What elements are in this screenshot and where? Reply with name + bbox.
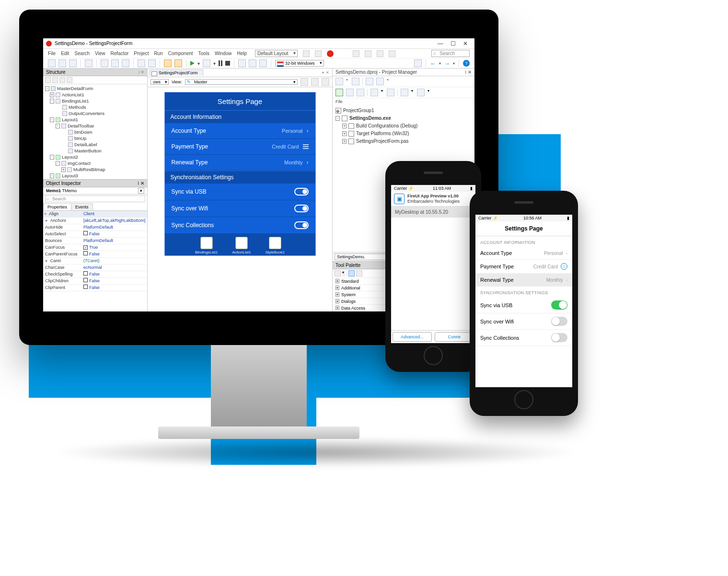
- toggle-switch[interactable]: [294, 188, 309, 196]
- menu-item[interactable]: Window: [215, 51, 232, 56]
- rotate-icon[interactable]: [300, 78, 308, 86]
- toggle-switch[interactable]: [551, 317, 567, 326]
- tree-node[interactable]: -Layout1: [45, 116, 145, 123]
- setting-row[interactable]: Renewal TypeMonthly›: [475, 274, 572, 287]
- struct-btn2-icon[interactable]: [52, 77, 58, 83]
- tree-node[interactable]: OutputConverters: [45, 110, 145, 116]
- pause-button-icon[interactable]: [219, 60, 222, 66]
- tray-item[interactable]: ActionList1: [232, 237, 251, 254]
- tree-node[interactable]: -Layout3: [45, 173, 145, 179]
- tp-btn-selected-icon[interactable]: [348, 270, 355, 276]
- oi-search-input[interactable]: Search: [45, 196, 145, 202]
- tree-node[interactable]: Methods: [45, 104, 145, 110]
- menu-item[interactable]: Component: [168, 51, 193, 56]
- property-row[interactable]: AutoHidePlatformDefault: [43, 224, 147, 231]
- menu-item[interactable]: Edit: [61, 51, 69, 56]
- tp-search-icon[interactable]: [356, 270, 362, 276]
- toggle-switch[interactable]: [294, 221, 309, 229]
- menu-item[interactable]: Refactor: [111, 51, 129, 56]
- grid-icon[interactable]: [311, 78, 319, 86]
- setting-row[interactable]: Sync via USB: [475, 297, 572, 313]
- project-node[interactable]: +Build Configurations (Debug): [335, 122, 472, 130]
- export-icon[interactable]: [389, 50, 395, 57]
- tree-node[interactable]: +ActionList1: [45, 92, 145, 98]
- run-button-icon[interactable]: [190, 61, 195, 66]
- view-master-combo[interactable]: Master: [185, 79, 298, 85]
- layout-combo[interactable]: Default Layout: [255, 50, 298, 57]
- menu-item[interactable]: View: [95, 51, 105, 56]
- struct-btn1-icon[interactable]: [45, 77, 51, 83]
- tree-node[interactable]: btnDown: [45, 129, 145, 135]
- help-icon[interactable]: ?: [463, 60, 470, 67]
- setting-row[interactable]: Sync over Wifi: [165, 200, 315, 217]
- tree-node[interactable]: DetailLabel: [45, 141, 145, 148]
- connect-button[interactable]: Conne: [435, 332, 474, 342]
- setting-row[interactable]: Payment TypeCredit Cardi: [475, 260, 572, 274]
- property-row[interactable]: + Caret(TCaret): [43, 258, 147, 265]
- tree-node[interactable]: +MultiResBitmap: [45, 166, 145, 173]
- link-icon[interactable]: [377, 50, 383, 57]
- new-icon[interactable]: [48, 59, 56, 67]
- tp-btn-icon[interactable]: [335, 270, 341, 276]
- tree-node[interactable]: -BindingsList1: [45, 98, 145, 104]
- pm-pin-icon[interactable]: ⁞ ✕: [465, 69, 472, 75]
- editor-tab[interactable]: SettingsProjectForm: [150, 69, 203, 76]
- step3-icon[interactable]: [259, 59, 267, 67]
- pm-btn-icon[interactable]: [366, 78, 373, 85]
- struct-btn3-icon[interactable]: [59, 77, 65, 83]
- pm-btn-icon[interactable]: [401, 89, 408, 96]
- mail-icon[interactable]: [353, 50, 359, 57]
- property-row[interactable]: AlignClient: [43, 211, 147, 218]
- toggle-switch[interactable]: [551, 333, 567, 342]
- oi-pin-icon[interactable]: ⁞ ✕: [138, 181, 144, 186]
- platform-combo[interactable]: 32-bit Windows: [275, 60, 324, 67]
- disk-icon[interactable]: [122, 59, 129, 67]
- setting-row[interactable]: Sync via USB: [165, 184, 315, 200]
- doc2-icon[interactable]: [148, 59, 156, 67]
- layout-btn-1-icon[interactable]: [303, 50, 310, 57]
- property-row[interactable]: ClipChildrenFalse: [43, 278, 147, 285]
- nav-back-icon[interactable]: ←: [430, 60, 436, 67]
- ide-search-input[interactable]: Search: [431, 50, 470, 57]
- tree-node[interactable]: -Layout2: [45, 154, 145, 160]
- struct-btn4-icon[interactable]: [67, 77, 72, 83]
- oi-selector-chevron-icon[interactable]: ▾: [138, 188, 144, 194]
- pm-btn-icon[interactable]: [352, 78, 359, 85]
- tab-events[interactable]: Events: [71, 203, 93, 210]
- step2-icon[interactable]: [249, 59, 256, 67]
- property-row[interactable]: BouncesPlatformDefault: [43, 238, 147, 244]
- property-row[interactable]: + Anchors[akLeft,akTop,akRight,akBottom]: [43, 218, 147, 224]
- tree-node[interactable]: btnUp: [45, 135, 145, 141]
- run-nodebug-icon[interactable]: [203, 59, 210, 67]
- project-node[interactable]: +SettingsProjectForm.pas: [335, 138, 472, 145]
- form-designer[interactable]: Settings Page Account Information Accoun…: [148, 87, 332, 311]
- advanced-button[interactable]: Advanced...: [393, 332, 432, 342]
- view-combo-left[interactable]: ows: [150, 79, 169, 85]
- menu-item[interactable]: File: [48, 51, 56, 56]
- doc-icon[interactable]: [138, 59, 145, 67]
- pm-refresh-icon[interactable]: [335, 89, 343, 96]
- pin-icon[interactable]: ⁞ ✕: [139, 70, 144, 74]
- setting-row[interactable]: Sync Collections: [475, 330, 572, 346]
- tab-properties[interactable]: Properties: [43, 203, 71, 210]
- step-icon[interactable]: [238, 59, 246, 67]
- pm-btn-icon[interactable]: [346, 89, 354, 96]
- zoom-icon[interactable]: [322, 78, 329, 86]
- nav-fwd-icon[interactable]: →: [444, 60, 450, 67]
- property-row[interactable]: CheckSpellingFalse: [43, 271, 147, 278]
- folder-icon[interactable]: [101, 59, 108, 67]
- pm-btn-icon[interactable]: [335, 78, 343, 85]
- menu-item[interactable]: Help: [237, 51, 247, 56]
- tree-node[interactable]: -DetailToolbar: [45, 123, 145, 129]
- project-node[interactable]: +Target Platforms (Win32): [335, 130, 472, 138]
- cut-icon[interactable]: [85, 59, 92, 67]
- layout-btn-2-icon[interactable]: [315, 50, 322, 57]
- tree-node[interactable]: -MasterDetailForm: [45, 85, 145, 92]
- setting-row[interactable]: Payment TypeCredit Card: [165, 139, 315, 155]
- project-node[interactable]: ProjectGroup1: [335, 107, 472, 115]
- property-row[interactable]: CanParentFocusFalse: [43, 251, 147, 258]
- oi-selector[interactable]: Memo1 TMemo ▾: [43, 187, 147, 195]
- close-button[interactable]: ✕: [459, 40, 472, 47]
- pm-btn-icon[interactable]: [376, 78, 384, 85]
- tree-node[interactable]: MasterButton: [45, 148, 145, 154]
